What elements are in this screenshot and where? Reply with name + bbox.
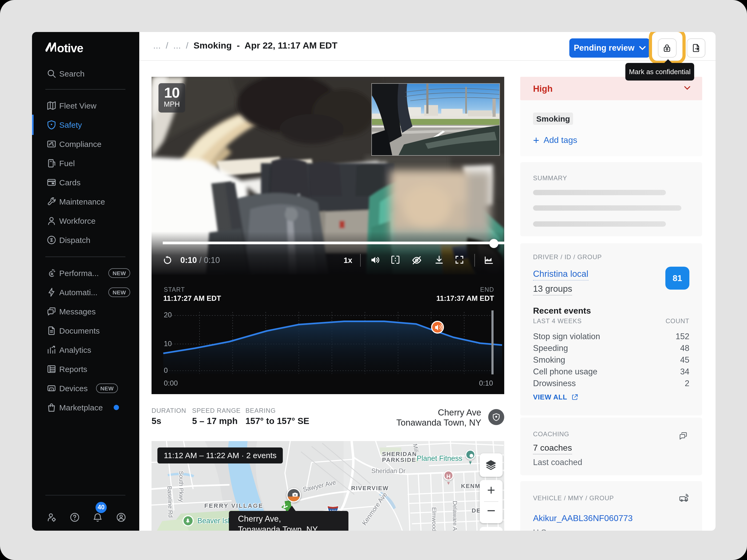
svg-text:otive: otive xyxy=(57,42,83,53)
